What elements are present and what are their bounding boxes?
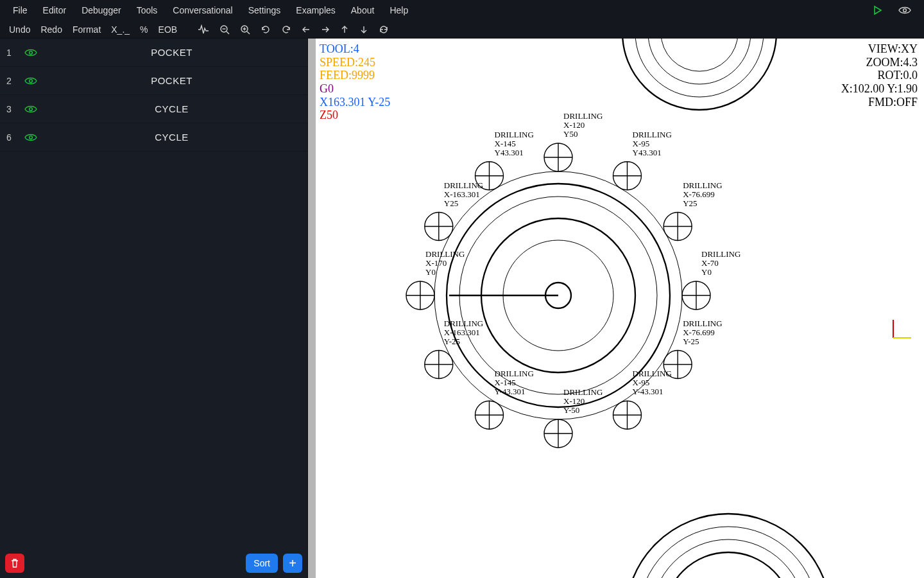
undo-button[interactable]: Undo [5, 23, 34, 36]
menu-file[interactable]: File [5, 1, 35, 19]
list-item[interactable]: 1 POCKET [0, 39, 307, 67]
list-item-label: POCKET [42, 75, 301, 86]
play-icon[interactable] [865, 1, 891, 19]
menu-settings[interactable]: Settings [241, 1, 289, 19]
toolbar: Undo Redo Format X_._ % EOB [0, 21, 924, 39]
list-item-index: 3 [6, 104, 22, 114]
drill-label: DRILLINGX-145Y43.301 [495, 130, 534, 157]
activity-icon[interactable] [194, 23, 213, 36]
svg-line-2 [227, 31, 229, 34]
menu-tools[interactable]: Tools [129, 1, 166, 19]
svg-point-8 [30, 51, 33, 54]
list-item[interactable]: 6 CYCLE [0, 123, 307, 152]
svg-point-0 [903, 9, 907, 12]
svg-point-21 [622, 39, 776, 110]
left-panel: 1 POCKET 2 POCKET 3 CYCLE 6 CYCLE [0, 39, 308, 578]
drill-label: DRILLINGX-163.301Y-25 [444, 319, 483, 346]
menu-help[interactable]: Help [382, 1, 416, 19]
rotate-ccw-icon[interactable] [257, 23, 275, 36]
zoom-in-icon[interactable] [236, 23, 254, 36]
list-item-index: 2 [6, 76, 22, 86]
menu-about[interactable]: About [343, 1, 382, 19]
svg-point-24 [661, 39, 738, 71]
drill-label: DRILLINGX-170Y0 [425, 249, 465, 277]
drill-marker [406, 281, 434, 310]
delete-button[interactable] [5, 554, 24, 573]
viewport[interactable]: TOOL:4 SPEED:245 FEED:9999 G0 X163.301 Y… [308, 39, 924, 578]
drill-label: DRILLINGX-163.301Y25 [444, 180, 483, 208]
eye-icon[interactable] [24, 48, 37, 57]
svg-point-23 [648, 39, 751, 84]
pocket-copy-bottom-right [626, 514, 831, 578]
menu-editor[interactable]: Editor [35, 1, 74, 19]
drill-marker [425, 351, 453, 379]
drill-label: DRILLINGX-145Y-43.301 [495, 369, 534, 396]
list-item-label: POCKET [42, 47, 301, 58]
drill-marker [613, 401, 642, 429]
svg-line-5 [247, 31, 250, 34]
svg-point-22 [635, 39, 764, 97]
drill-labels: DRILLINGX-120Y50DRILLINGX-145Y43.301DRIL… [425, 111, 740, 415]
drill-marker [544, 143, 572, 171]
arrow-left-icon[interactable] [298, 24, 314, 35]
eye-icon[interactable] [891, 2, 919, 19]
list-item-index: 6 [6, 132, 22, 143]
drill-marker [475, 401, 504, 429]
list-item[interactable]: 3 CYCLE [0, 95, 307, 123]
arrow-up-icon[interactable] [336, 24, 353, 35]
drill-label: DRILLINGX-76.699Y-25 [683, 319, 722, 346]
eye-icon[interactable] [24, 76, 37, 85]
trash-icon [10, 558, 20, 568]
list-item-index: 1 [6, 48, 22, 58]
canvas-svg: DRILLINGX-120Y50DRILLINGX-145Y43.301DRIL… [308, 39, 924, 578]
drill-marker [663, 213, 692, 241]
svg-point-28 [664, 552, 792, 578]
format-button[interactable]: Format [69, 23, 105, 36]
drill-label: DRILLINGX-95Y-43.301 [633, 369, 672, 396]
refresh-icon[interactable] [375, 23, 393, 36]
svg-point-11 [30, 136, 33, 139]
drill-label: DRILLINGX-120Y50 [563, 111, 603, 139]
format-xunderscore-button[interactable]: X_._ [107, 23, 133, 36]
eye-icon[interactable] [24, 105, 37, 114]
list-item[interactable]: 2 POCKET [0, 67, 307, 95]
zoom-out-icon[interactable] [216, 23, 234, 36]
drill-marker [544, 419, 572, 448]
svg-point-25 [626, 514, 831, 578]
pocket-copy-top-right [622, 39, 776, 110]
list-item-label: CYCLE [42, 103, 301, 114]
redo-button[interactable]: Redo [37, 23, 65, 36]
eob-button[interactable]: EOB [155, 23, 182, 36]
eye-icon[interactable] [24, 133, 37, 142]
percent-button[interactable]: % [136, 23, 151, 36]
menu-bar: File Editor Debugger Tools Conversationa… [0, 0, 924, 21]
drill-label: DRILLINGX-70Y0 [701, 249, 740, 277]
left-footer: Sort + [5, 554, 302, 573]
svg-point-10 [30, 107, 33, 110]
menu-conversational[interactable]: Conversational [165, 1, 240, 19]
add-button[interactable]: + [283, 554, 302, 573]
svg-point-9 [30, 79, 33, 82]
menu-examples[interactable]: Examples [288, 1, 343, 19]
drill-marker [425, 213, 453, 241]
drill-label: DRILLINGX-76.699Y25 [683, 180, 722, 208]
drill-marker [613, 162, 642, 190]
drill-marker [682, 281, 710, 310]
list-item-label: CYCLE [42, 132, 301, 143]
arrow-down-icon[interactable] [355, 24, 372, 35]
main-split: 1 POCKET 2 POCKET 3 CYCLE 6 CYCLE [0, 39, 924, 578]
drill-label: DRILLINGX-120Y-50 [563, 387, 603, 415]
operation-list: 1 POCKET 2 POCKET 3 CYCLE 6 CYCLE [0, 39, 307, 578]
menu-debugger[interactable]: Debugger [74, 1, 129, 19]
rotate-cw-icon[interactable] [277, 23, 295, 36]
sort-button[interactable]: Sort [246, 554, 278, 573]
arrow-right-icon[interactable] [317, 24, 334, 35]
drill-label: DRILLINGX-95Y43.301 [633, 130, 672, 157]
svg-point-27 [651, 539, 805, 578]
